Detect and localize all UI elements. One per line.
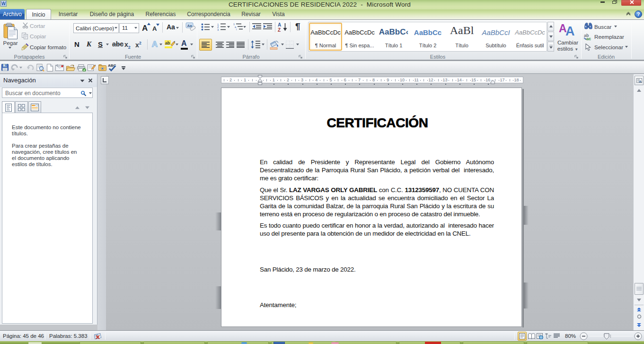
svg-text:i: i: [236, 28, 237, 31]
svg-text:ac: ac: [586, 36, 591, 41]
svg-text:A: A: [152, 40, 158, 48]
svg-text:Aa: Aa: [187, 24, 192, 28]
svg-text:3: 3: [217, 28, 219, 31]
svg-text:ab: ab: [165, 41, 170, 45]
